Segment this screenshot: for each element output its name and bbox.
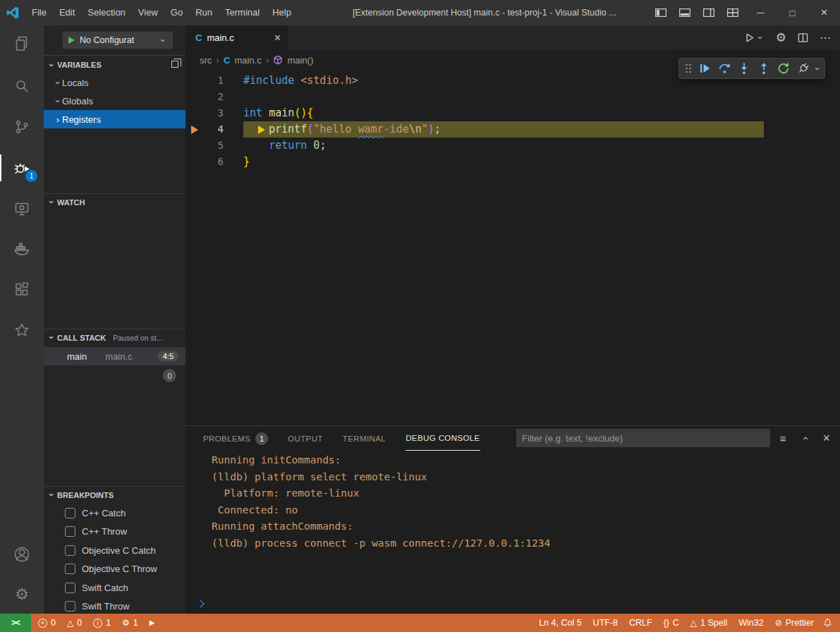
more-actions-icon[interactable]: ⋯ bbox=[820, 31, 832, 44]
code-line-5[interactable]: 5 return 0; bbox=[185, 138, 840, 154]
menu-run[interactable]: Run bbox=[189, 0, 219, 25]
breadcrumb-symbol[interactable]: main() bbox=[287, 55, 313, 66]
debug-toolbar-dropdown-icon[interactable]: › bbox=[813, 64, 822, 73]
call-stack-section-header[interactable]: › CALL STACK Paused on st... bbox=[44, 329, 185, 346]
close-panel-icon[interactable]: × bbox=[822, 431, 830, 446]
close-tab-icon[interactable]: × bbox=[274, 32, 281, 44]
debug-sidebar: No Configurat › › VARIABLES ›Locals›Glob… bbox=[44, 25, 185, 614]
panel-tab-debug-console[interactable]: DEBUG CONSOLE bbox=[406, 426, 480, 451]
breakpoint-c-throw[interactable]: C++ Throw bbox=[44, 523, 185, 542]
status-encoding[interactable]: UTF-8 bbox=[588, 614, 623, 632]
tab-main-c[interactable]: C main.c × bbox=[185, 25, 288, 50]
status-errors[interactable]: ×0 bbox=[32, 614, 61, 632]
activity-explorer[interactable] bbox=[0, 25, 44, 62]
code-lines[interactable]: 1#include <stdio.h>23int main(){4printf(… bbox=[185, 70, 840, 425]
menu-edit[interactable]: Edit bbox=[53, 0, 81, 25]
step-over-icon[interactable] bbox=[714, 59, 734, 78]
tools-icon: ⚙ bbox=[122, 619, 130, 627]
status-debug[interactable]: ▶ bbox=[144, 614, 161, 632]
remote-indicator[interactable]: >< bbox=[0, 614, 31, 632]
output-actions-icon[interactable]: ≡ bbox=[780, 433, 786, 444]
breakpoint-c-catch[interactable]: C++ Catch bbox=[44, 504, 185, 523]
status-tools[interactable]: ⚙1 bbox=[116, 614, 144, 632]
drag-handle-icon[interactable] bbox=[682, 59, 695, 78]
activity-bar: 1 ⚙ bbox=[0, 25, 44, 614]
maximize-button[interactable]: □ bbox=[777, 0, 808, 25]
activity-remote-explorer[interactable] bbox=[0, 190, 44, 227]
breadcrumb-file[interactable]: main.c bbox=[234, 55, 261, 66]
activity-wamr-ide[interactable] bbox=[0, 312, 44, 348]
breakpoint-swift-throw[interactable]: Swift Throw bbox=[44, 597, 185, 614]
call-stack-frame[interactable]: main main.c 4:5 bbox=[44, 347, 185, 365]
variables-item-globals[interactable]: ›Globals bbox=[44, 92, 185, 110]
disconnect-icon[interactable] bbox=[793, 59, 813, 78]
maximize-panel-icon[interactable]: › bbox=[799, 435, 810, 443]
menu-view[interactable]: View bbox=[132, 0, 164, 25]
panel-tab-problems[interactable]: PROBLEMS1 bbox=[203, 426, 268, 451]
activity-search[interactable] bbox=[0, 68, 44, 104]
status-warnings[interactable]: △0 bbox=[61, 614, 87, 632]
debug-play-icon: ▶ bbox=[150, 619, 155, 626]
activity-settings[interactable]: ⚙ bbox=[0, 576, 44, 613]
activity-docker[interactable] bbox=[0, 231, 44, 267]
activity-accounts[interactable] bbox=[0, 536, 44, 573]
code-line-4[interactable]: 4printf("hello wamr-ide\n"); bbox=[185, 121, 840, 138]
status-cursor-position[interactable]: Ln 4, Col 5 bbox=[533, 614, 587, 632]
watch-section-header[interactable]: › WATCH bbox=[44, 193, 185, 210]
toggle-sidebar-icon[interactable] bbox=[649, 0, 673, 25]
checkbox-unchecked[interactable] bbox=[65, 526, 75, 537]
breakpoint-swift-catch[interactable]: Swift Catch bbox=[44, 578, 185, 597]
status-spell[interactable]: △1 Spell bbox=[685, 614, 733, 632]
step-out-icon[interactable] bbox=[754, 59, 774, 78]
panel-tab-terminal[interactable]: TERMINAL bbox=[343, 426, 386, 451]
checkbox-unchecked[interactable] bbox=[65, 583, 75, 593]
status-eol[interactable]: CRLF bbox=[623, 614, 658, 632]
menu-help[interactable]: Help bbox=[266, 0, 298, 25]
checkbox-unchecked[interactable] bbox=[65, 508, 75, 518]
activity-run-and-debug[interactable]: 1 bbox=[0, 150, 44, 186]
step-into-icon[interactable] bbox=[734, 59, 754, 78]
status-language-mode[interactable]: {}C bbox=[658, 614, 685, 632]
run-button[interactable]: › bbox=[744, 32, 765, 43]
menu-terminal[interactable]: Terminal bbox=[219, 0, 266, 25]
debug-stopped-arrow-icon[interactable] bbox=[185, 121, 207, 138]
breakpoint-objective-c-throw[interactable]: Objective C Throw bbox=[44, 560, 185, 579]
variables-item-locals[interactable]: ›Locals bbox=[44, 73, 185, 92]
close-button[interactable]: × bbox=[808, 0, 840, 25]
toggle-panel-icon[interactable] bbox=[673, 0, 697, 25]
checkbox-unchecked[interactable] bbox=[65, 601, 75, 612]
code-line-6[interactable]: 6} bbox=[185, 154, 840, 170]
collapse-all-icon[interactable] bbox=[171, 61, 178, 69]
continue-icon[interactable] bbox=[695, 59, 714, 78]
menu-selection[interactable]: Selection bbox=[81, 0, 131, 25]
split-editor-icon[interactable] bbox=[798, 32, 808, 43]
panel-tab-output[interactable]: OUTPUT bbox=[288, 426, 323, 451]
checkbox-unchecked[interactable] bbox=[65, 564, 75, 574]
variables-section-header[interactable]: › VARIABLES bbox=[44, 56, 185, 73]
code-line-2[interactable]: 2 bbox=[185, 89, 840, 105]
breakpoint-objective-c-catch[interactable]: Objective C Catch bbox=[44, 541, 185, 560]
toggle-secondary-sidebar-icon[interactable] bbox=[697, 0, 721, 25]
activity-source-control[interactable] bbox=[0, 109, 44, 145]
status-prettier[interactable]: ⊘Prettier bbox=[769, 614, 820, 632]
console-filter-input[interactable] bbox=[516, 429, 770, 447]
breadcrumb-folder[interactable]: src bbox=[200, 55, 212, 66]
notifications-bell-icon[interactable] bbox=[820, 614, 840, 632]
menu-file[interactable]: File bbox=[25, 0, 53, 25]
activity-extensions[interactable] bbox=[0, 271, 44, 308]
status-infos[interactable]: i1 bbox=[87, 614, 116, 632]
checkbox-unchecked[interactable] bbox=[65, 545, 75, 556]
customize-layout-icon[interactable] bbox=[721, 0, 745, 25]
variables-item-registers[interactable]: ›Registers bbox=[44, 110, 185, 128]
console-input[interactable] bbox=[185, 595, 840, 612]
menu-go[interactable]: Go bbox=[164, 0, 189, 25]
minimize-button[interactable] bbox=[745, 0, 777, 25]
toolchain-settings-icon[interactable]: ⚙ bbox=[776, 30, 786, 45]
glyph-margin bbox=[185, 73, 207, 89]
status-platform[interactable]: Win32 bbox=[733, 614, 769, 632]
breakpoints-section-header[interactable]: › BREAKPOINTS bbox=[44, 486, 185, 503]
debug-config-dropdown[interactable]: No Configurat › bbox=[62, 31, 174, 49]
restart-icon[interactable] bbox=[774, 59, 793, 78]
start-debug-icon[interactable] bbox=[68, 37, 75, 44]
code-line-3[interactable]: 3int main(){ bbox=[185, 105, 840, 121]
